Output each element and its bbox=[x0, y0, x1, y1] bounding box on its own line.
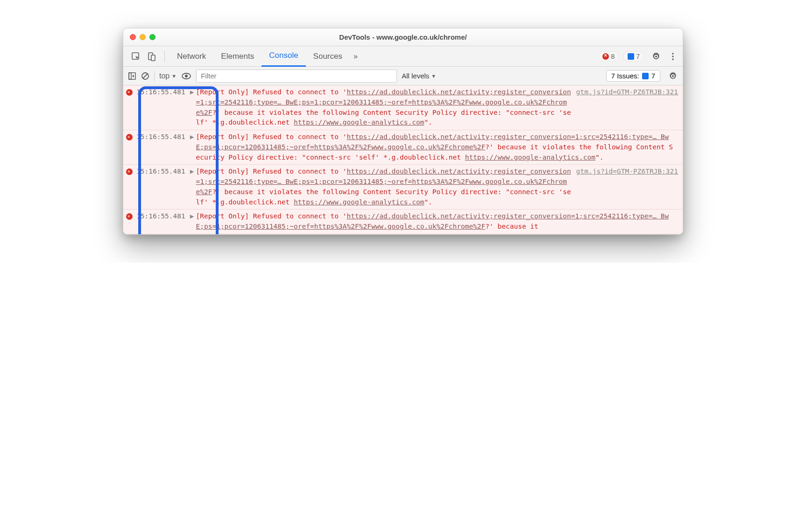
message-count: 7 bbox=[636, 53, 640, 60]
inspect-icon[interactable] bbox=[131, 51, 141, 62]
log-message: [Report Only] Refused to connect to 'htt… bbox=[196, 87, 576, 128]
console-error-row[interactable]: 15:16:55.481 ▶ [Report Only] Refused to … bbox=[123, 85, 683, 130]
svg-point-4 bbox=[672, 56, 673, 57]
more-tabs-button[interactable]: » bbox=[350, 52, 361, 61]
panel-tabs: Network Elements Console Sources » bbox=[170, 46, 598, 67]
devtools-window: DevTools - www.google.co.uk/chrome/ Netw… bbox=[123, 28, 683, 235]
message-count-badge[interactable]: 7 bbox=[623, 51, 644, 62]
filter-input[interactable] bbox=[196, 70, 397, 83]
svg-point-11 bbox=[185, 75, 188, 77]
log-source-link[interactable]: gtm.js?id=GTM-PZ6TRJB:321 bbox=[576, 87, 678, 98]
message-icon bbox=[628, 53, 634, 60]
error-icon bbox=[126, 168, 133, 175]
issues-button[interactable]: 7 Issues: 7 bbox=[606, 70, 660, 82]
svg-point-3 bbox=[672, 53, 673, 54]
svg-rect-7 bbox=[129, 73, 131, 79]
error-icon bbox=[602, 53, 609, 60]
live-expression-icon[interactable] bbox=[181, 72, 191, 80]
svg-line-9 bbox=[143, 74, 148, 78]
clear-console-icon[interactable] bbox=[141, 72, 149, 80]
show-console-sidebar-icon[interactable] bbox=[128, 72, 136, 80]
settings-icon[interactable] bbox=[651, 51, 661, 62]
disclosure-triangle-icon[interactable]: ▶ bbox=[190, 132, 196, 142]
console-log-area[interactable]: 15:16:55.481 ▶ [Report Only] Refused to … bbox=[123, 85, 683, 234]
context-selector[interactable]: top ▼ bbox=[159, 72, 177, 80]
console-error-row[interactable]: 15:16:55.481 ▶ [Report Only] Refused to … bbox=[123, 130, 683, 165]
console-error-row[interactable]: 15:16:55.481 ▶ [Report Only] Refused to … bbox=[123, 210, 683, 234]
svg-point-5 bbox=[672, 58, 673, 60]
minimize-button[interactable] bbox=[140, 34, 146, 40]
disclosure-triangle-icon[interactable]: ▶ bbox=[190, 167, 196, 177]
log-source-link[interactable]: gtm.js?id=GTM-PZ6TRJB:321 bbox=[576, 167, 678, 177]
error-count: 8 bbox=[611, 53, 615, 60]
svg-rect-2 bbox=[151, 55, 155, 61]
tab-elements[interactable]: Elements bbox=[213, 46, 262, 67]
error-icon bbox=[126, 134, 133, 140]
log-message: [Report Only] Refused to connect to 'htt… bbox=[196, 211, 679, 232]
window-title: DevTools - www.google.co.uk/chrome/ bbox=[123, 33, 683, 41]
log-timestamp: 15:16:55.481 bbox=[133, 132, 190, 142]
console-error-row[interactable]: 15:16:55.481 ▶ [Report Only] Refused to … bbox=[123, 165, 683, 210]
traffic-lights bbox=[130, 34, 156, 40]
titlebar: DevTools - www.google.co.uk/chrome/ bbox=[123, 28, 683, 46]
more-options-icon[interactable] bbox=[668, 51, 678, 62]
tab-console[interactable]: Console bbox=[262, 46, 305, 67]
message-icon bbox=[642, 73, 649, 79]
log-timestamp: 15:16:55.481 bbox=[133, 211, 190, 222]
log-timestamp: 15:16:55.481 bbox=[133, 87, 190, 98]
tab-sources[interactable]: Sources bbox=[306, 46, 350, 67]
log-timestamp: 15:16:55.481 bbox=[133, 167, 190, 177]
main-toolbar: Network Elements Console Sources » 8 7 bbox=[123, 46, 683, 67]
log-level-selector[interactable]: All levels ▼ bbox=[402, 72, 436, 80]
console-settings-icon[interactable] bbox=[668, 71, 678, 81]
log-message: [Report Only] Refused to connect to 'htt… bbox=[196, 132, 679, 162]
disclosure-triangle-icon[interactable]: ▶ bbox=[190, 87, 196, 98]
maximize-button[interactable] bbox=[149, 34, 156, 40]
close-button[interactable] bbox=[130, 34, 136, 40]
disclosure-triangle-icon[interactable]: ▶ bbox=[190, 211, 196, 222]
console-toolbar: top ▼ All levels ▼ 7 Issues: 7 bbox=[123, 67, 683, 85]
error-icon bbox=[126, 89, 133, 96]
log-message: [Report Only] Refused to connect to 'htt… bbox=[196, 167, 576, 207]
error-count-badge[interactable]: 8 bbox=[598, 51, 619, 62]
tab-network[interactable]: Network bbox=[170, 46, 213, 67]
error-icon bbox=[126, 213, 133, 220]
device-toggle-icon[interactable] bbox=[147, 51, 157, 62]
